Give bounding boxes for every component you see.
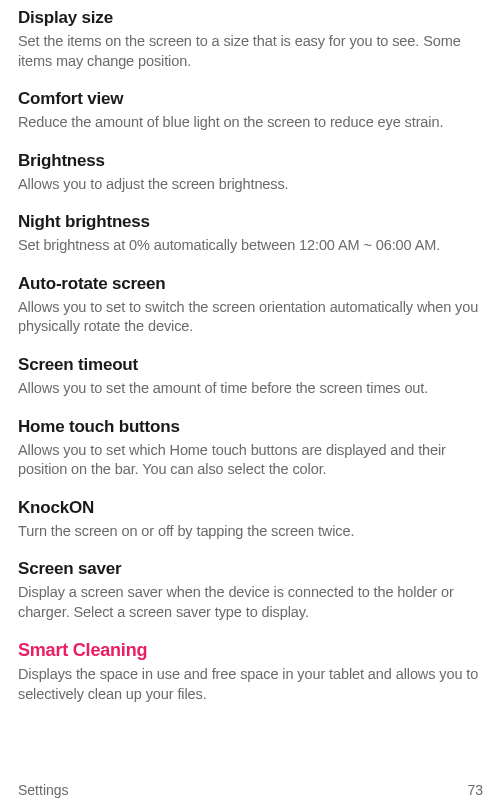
section-desc: Set brightness at 0% automatically betwe… bbox=[18, 236, 483, 256]
section-title: Night brightness bbox=[18, 212, 483, 232]
section-desc: Turn the screen on or off by tapping the… bbox=[18, 522, 483, 542]
setting-section-display-size: Display size Set the items on the screen… bbox=[18, 8, 483, 71]
section-title: Comfort view bbox=[18, 89, 483, 109]
section-title: Screen timeout bbox=[18, 355, 483, 375]
section-desc: Allows you to adjust the screen brightne… bbox=[18, 175, 483, 195]
section-desc: Allows you to set the amount of time bef… bbox=[18, 379, 483, 399]
setting-section-home-touch-buttons: Home touch buttons Allows you to set whi… bbox=[18, 417, 483, 480]
setting-section-night-brightness: Night brightness Set brightness at 0% au… bbox=[18, 212, 483, 256]
section-desc: Set the items on the screen to a size th… bbox=[18, 32, 483, 71]
setting-section-comfort-view: Comfort view Reduce the amount of blue l… bbox=[18, 89, 483, 133]
section-desc: Display a screen saver when the device i… bbox=[18, 583, 483, 622]
section-desc: Allows you to set to switch the screen o… bbox=[18, 298, 483, 337]
setting-section-brightness: Brightness Allows you to adjust the scre… bbox=[18, 151, 483, 195]
setting-section-knockon: KnockON Turn the screen on or off by tap… bbox=[18, 498, 483, 542]
setting-section-auto-rotate: Auto-rotate screen Allows you to set to … bbox=[18, 274, 483, 337]
section-title: Home touch buttons bbox=[18, 417, 483, 437]
section-title: Smart Cleaning bbox=[18, 640, 483, 661]
section-desc: Reduce the amount of blue light on the s… bbox=[18, 113, 483, 133]
section-title: KnockON bbox=[18, 498, 483, 518]
section-title: Display size bbox=[18, 8, 483, 28]
footer-category: Settings bbox=[18, 782, 69, 798]
section-title: Screen saver bbox=[18, 559, 483, 579]
section-title: Auto-rotate screen bbox=[18, 274, 483, 294]
page-footer: Settings 73 bbox=[18, 782, 483, 798]
setting-section-smart-cleaning: Smart Cleaning Displays the space in use… bbox=[18, 640, 483, 704]
section-title: Brightness bbox=[18, 151, 483, 171]
footer-page-number: 73 bbox=[467, 782, 483, 798]
setting-section-screen-saver: Screen saver Display a screen saver when… bbox=[18, 559, 483, 622]
section-desc: Allows you to set which Home touch butto… bbox=[18, 441, 483, 480]
section-desc: Displays the space in use and free space… bbox=[18, 665, 483, 704]
setting-section-screen-timeout: Screen timeout Allows you to set the amo… bbox=[18, 355, 483, 399]
